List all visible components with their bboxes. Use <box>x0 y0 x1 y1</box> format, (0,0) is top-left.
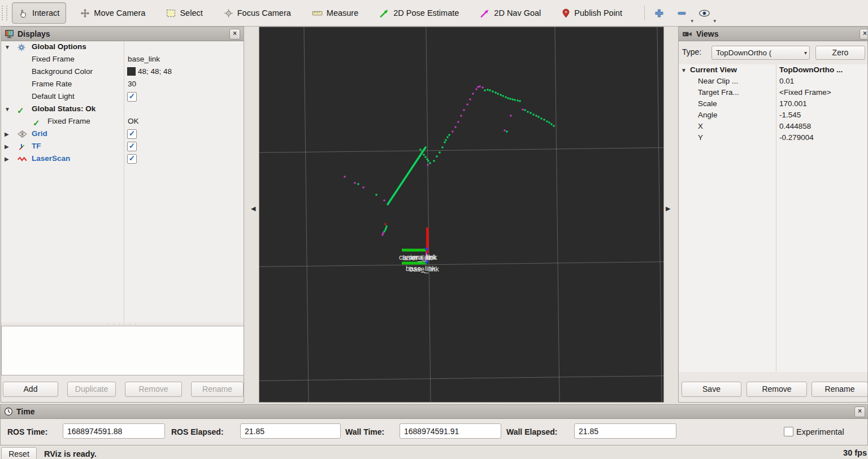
expander-icon[interactable]: ▼ <box>681 67 687 73</box>
views-row-near-clip-[interactable]: Near Clip ...0.01 <box>679 76 867 87</box>
views-row-y[interactable]: Y-0.279004 <box>679 132 867 143</box>
clock-icon <box>4 407 13 416</box>
property-value[interactable]: 30 <box>128 80 136 88</box>
render-viewport[interactable]: camera_linklaser_linkimu_linkbase_linkba… <box>259 27 664 403</box>
property-value[interactable]: 0.01 <box>779 77 794 85</box>
displays-row-fixed-frame[interactable]: Fixed Framebase_link <box>1 54 244 66</box>
displays-row-global-options[interactable]: ▼Global Options <box>1 41 244 54</box>
views-row-current-view[interactable]: ▼Current ViewTopDownOrtho ... <box>679 64 867 76</box>
color-swatch[interactable] <box>127 67 136 76</box>
displays-row-fixed-frame[interactable]: ✓Fixed FrameOK <box>1 116 244 128</box>
reset-button[interactable]: Reset <box>1 447 37 459</box>
displays-row-background-color[interactable]: Background Color48; 48; 48 <box>1 66 244 78</box>
tool-2d-nav-goal[interactable]: 2D Nav Goal <box>473 2 548 24</box>
property-value[interactable]: TopDownOrtho ... <box>779 65 843 74</box>
collapse-left-panel-icon[interactable]: ◀ <box>251 205 255 212</box>
views-row-x[interactable]: X0.444858 <box>679 121 867 132</box>
remove-view-button[interactable]: Remove <box>747 382 807 397</box>
collapse-right-panel-icon[interactable]: ▶ <box>666 205 670 212</box>
views-close-button[interactable]: × <box>860 29 868 40</box>
property-label: X <box>698 122 703 130</box>
time-panel-header[interactable]: Time × <box>1 405 867 419</box>
tool-label-2d-nav-goal: 2D Nav Goal <box>494 8 541 18</box>
expander-icon[interactable]: ▼ <box>5 44 10 50</box>
displays-row-laserscan[interactable]: ▶LaserScan✓ <box>1 153 244 165</box>
property-label: Target Fra... <box>698 88 739 97</box>
expander-icon[interactable]: ▶ <box>5 143 9 150</box>
property-value[interactable]: 0.444858 <box>779 122 811 130</box>
ros-elapsed-input[interactable] <box>240 423 341 439</box>
property-checkbox[interactable]: ✓ <box>127 129 137 139</box>
rename-display-button[interactable]: Rename <box>191 382 244 397</box>
wall-elapsed-input[interactable] <box>574 423 676 439</box>
view-type-value: TopDownOrtho ( <box>716 49 771 57</box>
property-label: TF <box>32 142 41 150</box>
displays-panel-title: Displays <box>18 29 50 38</box>
tool-measure[interactable]: Measure <box>305 2 365 24</box>
tool-visibility-button[interactable]: ▾ <box>696 4 714 22</box>
remove-tool-button[interactable]: ▾ <box>673 4 691 22</box>
expander-icon[interactable]: ▶ <box>5 131 9 137</box>
displays-row-global-status-ok[interactable]: ▼✓Global Status: Ok <box>1 103 244 116</box>
tool-interact[interactable]: Interact <box>12 2 66 24</box>
add-tool-button[interactable] <box>650 4 669 22</box>
tool-move-camera[interactable]: Move Camera <box>73 2 152 24</box>
add-display-button[interactable]: Add <box>3 382 58 397</box>
property-label: LaserScan <box>32 154 70 163</box>
tool-publish-point[interactable]: Publish Point <box>555 2 629 24</box>
tool-2d-pose-estimate[interactable]: 2D Pose Estimate <box>372 2 466 24</box>
ros-time-input[interactable] <box>63 423 165 439</box>
displays-row-tf[interactable]: ▶TF✓ <box>1 141 244 153</box>
display-description-box <box>1 326 244 375</box>
wall-time-input[interactable] <box>400 423 501 439</box>
property-value[interactable]: base_link <box>128 55 160 63</box>
displays-row-default-light[interactable]: Default Light✓ <box>1 91 244 103</box>
experimental-label: Experimental <box>796 427 844 436</box>
displays-tree: ▼Global OptionsFixed Framebase_linkBackg… <box>1 41 244 322</box>
property-checkbox[interactable]: ✓ <box>127 142 137 151</box>
toolbar-drag-handle[interactable] <box>2 6 7 20</box>
toolbar: InteractMove CameraSelectFocus CameraMea… <box>0 0 868 27</box>
property-value[interactable]: -1.545 <box>779 111 801 119</box>
views-icon <box>682 30 693 38</box>
displays-close-button[interactable]: × <box>229 29 240 40</box>
tf-frame-label: imu_link <box>410 253 437 261</box>
property-value[interactable]: OK <box>128 117 139 125</box>
displays-row-frame-rate[interactable]: Frame Rate30 <box>1 78 244 91</box>
tool-focus-camera[interactable]: Focus Camera <box>217 2 298 24</box>
expander-icon[interactable]: ▶ <box>5 156 9 162</box>
experimental-checkbox[interactable] <box>784 427 793 436</box>
views-row-scale[interactable]: Scale170.001 <box>679 98 867 110</box>
3d-viewport-canvas[interactable]: camera_linklaser_linkimu_linkbase_linkba… <box>259 27 663 402</box>
status-bar: Reset RViz is ready. 30 fps <box>0 445 868 459</box>
property-value[interactable]: -0.279004 <box>779 133 814 142</box>
time-close-button[interactable]: × <box>854 406 865 417</box>
expander-icon[interactable]: ▼ <box>5 106 10 112</box>
remove-display-button[interactable]: Remove <box>125 382 182 397</box>
displays-row-grid[interactable]: ▶Grid✓ <box>1 128 244 141</box>
rename-view-button[interactable]: Rename <box>811 382 868 397</box>
hand-icon <box>19 8 28 18</box>
view-type-dropdown[interactable]: TopDownOrtho ( ▾ <box>711 46 810 60</box>
property-value[interactable]: <Fixed Frame> <box>779 88 831 97</box>
chevron-down-icon: ▾ <box>713 19 716 24</box>
property-checkbox[interactable]: ✓ <box>127 92 137 102</box>
laser-red <box>384 223 387 225</box>
property-label: Frame Rate <box>32 80 72 88</box>
property-value[interactable]: 170.001 <box>779 99 807 108</box>
displays-panel-header[interactable]: Displays × <box>1 27 244 41</box>
property-label: Fixed Frame <box>32 55 75 63</box>
tool-label-2d-pose-estimate: 2D Pose Estimate <box>393 8 459 18</box>
views-panel-header[interactable]: Views × <box>679 27 867 41</box>
zero-button[interactable]: Zero <box>815 46 865 60</box>
measure-icon <box>312 8 323 18</box>
duplicate-display-button[interactable]: Duplicate <box>67 382 116 397</box>
views-row-angle[interactable]: Angle-1.545 <box>679 110 867 121</box>
wall-time-label: Wall Time: <box>345 427 384 436</box>
property-value[interactable]: 48; 48; 48 <box>138 67 172 76</box>
tool-select[interactable]: Select <box>159 2 209 24</box>
save-view-button[interactable]: Save <box>682 382 741 397</box>
views-row-target-fra-[interactable]: Target Fra...<Fixed Frame> <box>679 87 867 98</box>
minus-icon <box>676 8 687 19</box>
property-checkbox[interactable]: ✓ <box>127 154 137 164</box>
